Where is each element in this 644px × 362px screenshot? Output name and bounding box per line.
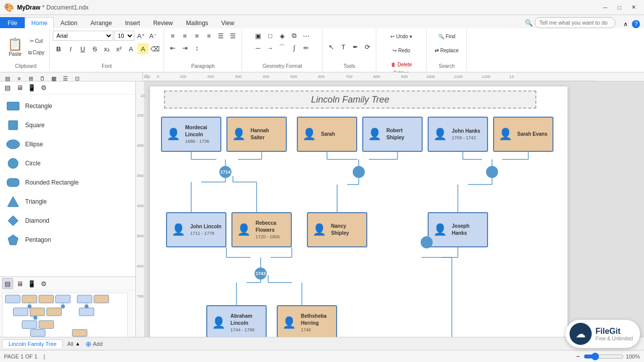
font-shrink-button[interactable]: A⁻	[147, 30, 158, 41]
line-style-button[interactable]: ─	[253, 42, 264, 53]
search-input[interactable]	[535, 17, 615, 28]
shape-outline-button[interactable]: □	[265, 30, 276, 41]
node-sarah-evans[interactable]: 👤 Sarah Evans	[493, 117, 553, 152]
node-john-lincoln[interactable]: 👤 John Lincoln 1711 - 1778	[166, 212, 226, 247]
shape-more-button[interactable]: ⋯	[301, 30, 312, 41]
shapes-tablet-btn[interactable]: 📱	[26, 82, 37, 94]
bold-button[interactable]: B	[53, 43, 64, 54]
delete-button[interactable]: 🗑 Delete	[389, 58, 414, 70]
shape-item-diamond[interactable]: Diamond	[4, 211, 131, 230]
page-tab-lincoln[interactable]: Lincoln Family Tree	[2, 339, 63, 348]
svg-text:13: 13	[509, 74, 514, 79]
find-button[interactable]: 🔍 Find	[436, 30, 457, 42]
node-robert[interactable]: 👤 Robert Shipley	[362, 117, 423, 152]
zoom-level: 100%	[626, 353, 640, 359]
shape-item-rectangle[interactable]: Rectangle	[4, 97, 131, 116]
shapes-view-btn[interactable]: ▤	[2, 82, 13, 94]
text-tool-button[interactable]: T	[338, 41, 349, 52]
strikethrough-button[interactable]: S	[89, 43, 100, 54]
node-mordecai[interactable]: 👤 Mordecai Lincoln 1686 - 1736	[161, 117, 221, 152]
shape-item-circle[interactable]: Circle	[4, 154, 131, 173]
eraser-tool-button[interactable]: ⟳	[362, 41, 373, 52]
shape-item-triangle[interactable]: Triangle	[4, 192, 131, 211]
node-abraham[interactable]: 👤 Abraham Lincoln 1744 - 1786	[206, 305, 267, 337]
align-right-button[interactable]: ≡	[191, 30, 202, 41]
shapes-monitor-btn[interactable]: 🖥	[14, 82, 25, 94]
freeform-button[interactable]: ✏	[301, 42, 312, 53]
zoom-out-button[interactable]: －	[575, 352, 582, 361]
arrow-style-button[interactable]: →	[265, 42, 276, 53]
tab-view[interactable]: View	[215, 17, 241, 28]
shape-item-pentagon[interactable]: Pentagon	[4, 230, 131, 249]
avatar-joseph-hanks: 👤	[431, 221, 449, 239]
close-button[interactable]: ✕	[627, 3, 640, 13]
font-color-button[interactable]: A	[125, 43, 136, 54]
ribbon-collapse-icon[interactable]: ∧	[623, 21, 628, 28]
node-hannah[interactable]: 👤 Hannah Salter	[226, 117, 287, 152]
tab-action[interactable]: Action	[54, 17, 84, 28]
line-spacing-button[interactable]: ↕	[191, 42, 202, 53]
align-justify-button[interactable]: ≡	[203, 30, 214, 41]
list-button[interactable]: ☰	[215, 30, 226, 41]
align-left-button[interactable]: ≡	[167, 30, 178, 41]
connector-button[interactable]: ⌒	[277, 42, 288, 53]
font-grow-button[interactable]: A⁺	[135, 30, 146, 41]
align-center-button[interactable]: ≡	[179, 30, 190, 41]
shape-item-ellipse[interactable]: Ellipse	[4, 135, 131, 154]
preview-shapes-btn[interactable]: ▤	[2, 278, 13, 289]
clear-format-button[interactable]: ⌫	[149, 43, 160, 54]
indent-increase-button[interactable]: ⇥	[179, 42, 190, 53]
shape-fill-button[interactable]: ▣	[253, 30, 264, 41]
tab-file[interactable]: File	[0, 17, 25, 28]
tab-home[interactable]: Home	[25, 17, 54, 28]
pointer-tool-button[interactable]: ↖	[326, 41, 337, 52]
undo-button[interactable]: ↩ Undo▾	[388, 30, 414, 42]
node-rebecca[interactable]: 👤 Rebecca Flowers 1720 - 1806	[231, 212, 292, 247]
italic-button[interactable]: I	[65, 43, 76, 54]
indent-decrease-button[interactable]: ⇤	[167, 42, 178, 53]
shape-arrange-button[interactable]: ⧉	[289, 30, 300, 41]
node-joseph-hanks[interactable]: 👤 Joseph Hanks	[428, 212, 488, 247]
node-john-hanks[interactable]: 👤 John Hanks 1709 - 1742	[428, 117, 488, 152]
preview-settings-btn[interactable]: ⚙	[38, 278, 49, 289]
shape-effect-button[interactable]: ◈	[277, 30, 288, 41]
page-all-label[interactable]: All	[67, 341, 73, 347]
tab-insert[interactable]: Insert	[118, 17, 146, 28]
font-size-select[interactable]: 10111214	[114, 31, 134, 41]
diamond-icon	[6, 214, 20, 228]
pen-tool-button[interactable]: ✒	[350, 41, 361, 52]
superscript-button[interactable]: x²	[113, 43, 124, 54]
minimize-button[interactable]: ─	[599, 3, 612, 13]
tab-arrange[interactable]: Arrange	[84, 17, 119, 28]
shape-item-rounded-rectangle[interactable]: Rounded Rectangle	[4, 173, 131, 192]
paste-button[interactable]: 📋 Paste	[5, 37, 25, 57]
ribbon-tabs: File Home Action Arrange Insert Review M…	[0, 15, 644, 28]
svg-text:300: 300	[235, 74, 242, 79]
node-bethsheba[interactable]: 👤 Bethsheba Herring 1746	[277, 305, 337, 337]
font-family-select[interactable]: ArialTimes New RomanCalibri	[53, 31, 113, 41]
redo-button[interactable]: ↪ Redo	[390, 44, 412, 56]
cut-button[interactable]: ✂ Cut	[26, 36, 46, 47]
zoom-slider[interactable]	[584, 352, 624, 360]
copy-button[interactable]: ⧉ Copy	[26, 47, 46, 58]
ribbon-help-icon[interactable]: ?	[632, 20, 640, 28]
add-page-button[interactable]: ⊕ Add	[83, 339, 106, 349]
node-nancy-shipley[interactable]: 👤 Nancy Shipley	[307, 212, 367, 247]
maximize-button[interactable]: □	[613, 3, 626, 13]
subscript-button[interactable]: x₂	[101, 43, 112, 54]
canvas-scroll[interactable]: Lincoln Family Tree	[145, 81, 644, 337]
numbered-list-button[interactable]: ☰	[227, 30, 238, 41]
shapes-settings-btn[interactable]: ⚙	[38, 82, 49, 94]
curve-button[interactable]: ∫	[289, 42, 300, 53]
highlight-button[interactable]: A	[137, 43, 148, 54]
underline-button[interactable]: U	[77, 43, 88, 54]
preview-tablet-btn[interactable]: 📱	[26, 278, 37, 289]
tab-review[interactable]: Review	[146, 17, 179, 28]
preview-monitor-btn[interactable]: 🖥	[14, 278, 25, 289]
canvas-area[interactable]: 100 100 200 300 400 500 600 700 Lincoln …	[136, 81, 644, 337]
page-all-dropdown-icon[interactable]: ▲	[75, 341, 80, 346]
shape-item-square[interactable]: Square	[4, 116, 131, 135]
node-sarah[interactable]: 👤 Sarah	[297, 117, 357, 152]
tab-mailings[interactable]: Mailings	[180, 17, 215, 28]
replace-button[interactable]: ⇄ Replace	[433, 44, 461, 56]
